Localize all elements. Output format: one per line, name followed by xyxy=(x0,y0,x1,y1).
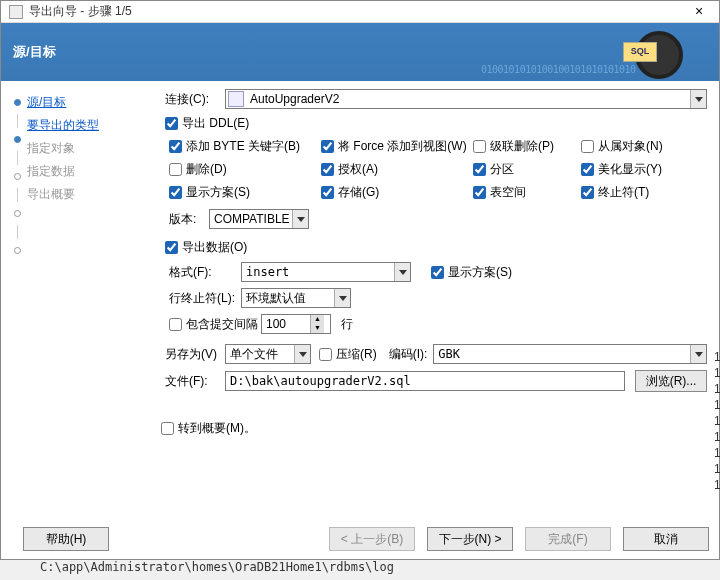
opt-show-schema-data[interactable]: 显示方案(S) xyxy=(431,264,512,281)
banner-title: 源/目标 xyxy=(13,43,56,61)
opt-partition[interactable]: 分区 xyxy=(473,161,581,178)
commit-interval-spinner[interactable]: ▲▼ xyxy=(261,314,331,334)
save-as-label: 另存为(V) xyxy=(165,346,225,363)
nav-rail-icons xyxy=(7,91,27,262)
chevron-down-icon[interactable] xyxy=(690,345,706,363)
spin-up-icon[interactable]: ▲ xyxy=(310,315,324,324)
wizard-footer: 帮助(H) < 上一步(B) 下一步(N) > 完成(F) 取消 xyxy=(1,519,719,559)
window-title: 导出向导 - 步骤 1/5 xyxy=(29,3,679,20)
format-combo[interactable]: insert xyxy=(241,262,411,282)
export-data-group: 导出数据(O) 格式(F): insert 显示方案(S) 行终止符(L): 环… xyxy=(165,239,707,334)
version-combo[interactable]: COMPATIBLE xyxy=(209,209,309,229)
nav-step-types[interactable]: 要导出的类型 xyxy=(27,114,157,137)
export-ddl-label: 导出 DDL(E) xyxy=(182,115,249,132)
goto-summary-checkbox[interactable]: 转到概要(M)。 xyxy=(161,420,256,437)
db-icon xyxy=(228,91,244,107)
opt-storage[interactable]: 存储(G) xyxy=(321,184,473,201)
back-button: < 上一步(B) xyxy=(329,527,415,551)
opt-add-byte[interactable]: 添加 BYTE 关键字(B) xyxy=(169,138,321,155)
nav-dot-3 xyxy=(14,173,21,180)
commit-interval-checkbox[interactable]: 包含提交间隔 xyxy=(169,316,261,333)
chevron-down-icon[interactable] xyxy=(690,90,706,108)
opt-cascade-delete[interactable]: 级联删除(P) xyxy=(473,138,581,155)
wizard-window: 导出向导 - 步骤 1/5 × 源/目标 0100101010100100101… xyxy=(0,0,720,560)
export-ddl-group: 导出 DDL(E) 添加 BYTE 关键字(B) 将 Force 添加到视图(W… xyxy=(165,115,707,229)
next-button[interactable]: 下一步(N) > xyxy=(427,527,513,551)
close-icon[interactable]: × xyxy=(679,2,719,22)
background-path-text: C:\app\Administrator\homes\OraDB21Home1\… xyxy=(0,560,720,574)
compress-checkbox[interactable]: 压缩(R) xyxy=(319,346,377,363)
browse-button[interactable]: 浏览(R)... xyxy=(635,370,707,392)
opt-pretty[interactable]: 美化显示(Y) xyxy=(581,161,691,178)
opt-drop[interactable]: 删除(D) xyxy=(169,161,321,178)
sql-disk-icon xyxy=(623,27,683,73)
connection-value: AutoUpgraderV2 xyxy=(246,92,706,106)
opt-tablespace[interactable]: 表空间 xyxy=(473,184,581,201)
opt-force-view[interactable]: 将 Force 添加到视图(W) xyxy=(321,138,473,155)
encoding-combo[interactable]: GBK xyxy=(433,344,707,364)
nav-step-data: 指定数据 xyxy=(27,160,157,183)
file-path-input[interactable] xyxy=(225,371,625,391)
nav-dot-5 xyxy=(14,247,21,254)
chevron-down-icon[interactable] xyxy=(334,289,350,307)
format-value: insert xyxy=(242,265,410,279)
export-ddl-checkbox[interactable] xyxy=(165,117,178,130)
opt-grants[interactable]: 授权(A) xyxy=(321,161,473,178)
encoding-label: 编码(I): xyxy=(389,346,428,363)
commit-interval-input[interactable] xyxy=(262,316,310,332)
line-terminator-label: 行终止符(L): xyxy=(169,290,241,307)
wizard-nav: 源/目标 要导出的类型 指定对象 指定数据 导出概要 xyxy=(1,81,161,519)
opt-terminator[interactable]: 终止符(T) xyxy=(581,184,691,201)
opt-show-schema[interactable]: 显示方案(S) xyxy=(169,184,321,201)
underlying-text-fragment: 111111111 xyxy=(714,81,719,519)
file-label: 文件(F): xyxy=(165,373,225,390)
nav-step-summary: 导出概要 xyxy=(27,183,157,206)
connection-combo[interactable]: AutoUpgraderV2 xyxy=(225,89,707,109)
nav-step-source-target[interactable]: 源/目标 xyxy=(27,91,157,114)
export-data-label: 导出数据(O) xyxy=(182,239,247,256)
banner-binary-deco: 0100101010100100101010101010 xyxy=(481,64,636,75)
chevron-down-icon[interactable] xyxy=(294,345,310,363)
connection-label: 连接(C): xyxy=(165,91,225,108)
nav-dot-4 xyxy=(14,210,21,217)
commit-rows-suffix: 行 xyxy=(341,316,353,333)
chevron-down-icon[interactable] xyxy=(394,263,410,281)
nav-dot-2 xyxy=(14,136,21,143)
finish-button: 完成(F) xyxy=(525,527,611,551)
chevron-down-icon[interactable] xyxy=(292,210,308,228)
wizard-body: 源/目标 要导出的类型 指定对象 指定数据 导出概要 连接(C): AutoUp… xyxy=(1,81,719,519)
save-as-combo[interactable]: 单个文件 xyxy=(225,344,311,364)
cancel-button[interactable]: 取消 xyxy=(623,527,709,551)
nav-dot-1 xyxy=(14,99,21,106)
wizard-main: 连接(C): AutoUpgraderV2 导出 DDL(E) 添加 BYTE … xyxy=(161,81,719,519)
help-button[interactable]: 帮助(H) xyxy=(23,527,109,551)
nav-step-objects: 指定对象 xyxy=(27,137,157,160)
encoding-value: GBK xyxy=(434,347,706,361)
spin-down-icon[interactable]: ▼ xyxy=(310,324,324,333)
titlebar: 导出向导 - 步骤 1/5 × xyxy=(1,1,719,23)
format-label: 格式(F): xyxy=(169,264,241,281)
line-terminator-combo[interactable]: 环境默认值 xyxy=(241,288,351,308)
app-icon xyxy=(9,5,23,19)
wizard-banner: 源/目标 0100101010100100101010101010 xyxy=(1,23,719,81)
opt-dependent-objects[interactable]: 从属对象(N) xyxy=(581,138,691,155)
export-data-checkbox[interactable] xyxy=(165,241,178,254)
version-label: 版本: xyxy=(169,211,209,228)
